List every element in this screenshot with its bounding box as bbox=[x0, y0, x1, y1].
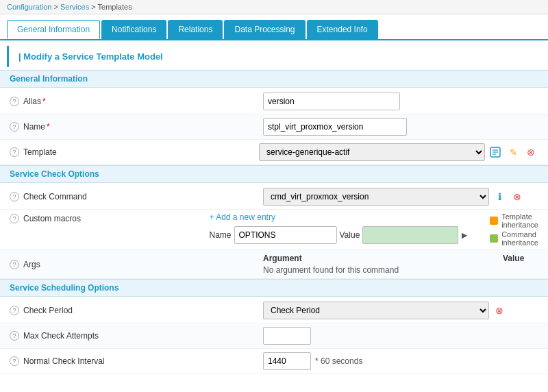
template-label: Template bbox=[23, 147, 57, 157]
custom-macros-help-icon[interactable]: ? bbox=[10, 214, 19, 223]
tab-extended-info[interactable]: Extended Info bbox=[307, 20, 378, 39]
macro-entries: + Add a new entry Name Value ► bbox=[209, 212, 469, 247]
macro-value-input[interactable] bbox=[362, 226, 458, 244]
tab-data-processing[interactable]: Data Processing bbox=[224, 20, 305, 39]
custom-macros-label: Custom macros bbox=[23, 214, 81, 223]
name-label: Name bbox=[23, 122, 45, 132]
check-command-help-icon[interactable]: ? bbox=[10, 192, 19, 201]
section-service-check: Service Check Options bbox=[0, 165, 548, 183]
alias-row: ? Alias * bbox=[0, 89, 548, 114]
max-check-attempts-label: Max Check Attempts bbox=[23, 331, 99, 341]
check-period-delete-icon[interactable]: ⊗ bbox=[492, 303, 507, 318]
legend-command: Command inheritance bbox=[490, 230, 538, 247]
breadcrumb-services[interactable]: Services bbox=[60, 3, 89, 11]
args-header: Argument Value bbox=[263, 254, 538, 263]
macro-value-label: Value bbox=[340, 230, 360, 240]
name-input[interactable] bbox=[263, 118, 407, 136]
breadcrumb-templates: Templates bbox=[98, 3, 132, 11]
tab-notifications[interactable]: Notifications bbox=[101, 20, 166, 39]
args-label: Args bbox=[23, 260, 40, 269]
add-entry-link[interactable]: + Add a new entry bbox=[209, 212, 275, 222]
args-row: ? Args Argument Value No argument found … bbox=[0, 250, 548, 279]
normal-check-interval-input[interactable] bbox=[263, 352, 311, 370]
template-edit-icon[interactable]: ✎ bbox=[506, 145, 521, 160]
normal-check-interval-help-icon[interactable]: ? bbox=[10, 356, 19, 366]
template-delete-icon[interactable]: ⊗ bbox=[523, 145, 538, 160]
tabs-bar: General Information Notifications Relati… bbox=[0, 14, 548, 40]
legend-command-color bbox=[490, 234, 498, 243]
check-period-row: ? Check Period Check Period ⊗ bbox=[0, 298, 548, 323]
check-period-select[interactable]: Check Period bbox=[263, 302, 489, 319]
normal-check-interval-row: ? Normal Check Interval * 60 seconds bbox=[0, 349, 548, 374]
section-general-information: General Information bbox=[0, 70, 548, 88]
check-command-label: Check Command bbox=[23, 192, 87, 201]
tab-relations[interactable]: Relations bbox=[168, 20, 223, 39]
macro-name-label: Name bbox=[209, 230, 231, 240]
check-command-row: ? Check Command cmd_virt_proxmox_version… bbox=[0, 184, 548, 210]
template-list-icon[interactable] bbox=[488, 145, 503, 160]
template-help-icon[interactable]: ? bbox=[10, 147, 19, 157]
legend-template-color bbox=[490, 217, 498, 225]
macro-row: Name Value ► bbox=[209, 226, 469, 244]
normal-check-interval-label: Normal Check Interval bbox=[23, 356, 105, 366]
breadcrumb-config[interactable]: Configuration bbox=[7, 3, 51, 11]
macro-arrow-icon: ► bbox=[460, 230, 469, 241]
template-row: ? Template service-generique-actif ✎ ⊗ bbox=[0, 140, 548, 165]
section-service-scheduling: Service Scheduling Options bbox=[0, 279, 548, 297]
page-title: | Modify a Service Template Model bbox=[7, 46, 541, 67]
args-table: Argument Value No argument found for thi… bbox=[263, 254, 538, 275]
args-col-argument: Argument bbox=[263, 254, 503, 263]
args-empty-text: No argument found for this command bbox=[263, 265, 538, 275]
legend-template: Template inheritance bbox=[490, 212, 538, 229]
legend-template-label: Template inheritance bbox=[501, 212, 538, 229]
check-period-help-icon[interactable]: ? bbox=[10, 306, 19, 315]
check-command-delete-icon[interactable]: ⊗ bbox=[510, 189, 525, 204]
alias-help-icon[interactable]: ? bbox=[10, 97, 19, 106]
legend: Template inheritance Command inheritance bbox=[490, 212, 538, 247]
name-row: ? Name * bbox=[0, 114, 548, 140]
macro-name-input[interactable] bbox=[234, 226, 337, 244]
check-command-select[interactable]: cmd_virt_proxmox_version bbox=[263, 188, 489, 206]
normal-check-interval-suffix: * 60 seconds bbox=[315, 356, 362, 366]
args-col-value: Value bbox=[503, 254, 538, 263]
template-select[interactable]: service-generique-actif bbox=[259, 143, 485, 161]
check-period-label: Check Period bbox=[23, 306, 73, 315]
max-check-attempts-input[interactable] bbox=[263, 327, 311, 345]
check-command-info-icon[interactable]: ℹ bbox=[492, 189, 507, 204]
breadcrumb: Configuration > Services > Templates bbox=[0, 0, 548, 14]
args-help-icon[interactable]: ? bbox=[10, 260, 19, 269]
custom-macros-row: ? Custom macros + Add a new entry Name V… bbox=[0, 210, 548, 250]
alias-input[interactable] bbox=[263, 93, 400, 110]
name-help-icon[interactable]: ? bbox=[10, 122, 19, 132]
max-check-attempts-help-icon[interactable]: ? bbox=[10, 331, 19, 341]
tab-general-information[interactable]: General Information bbox=[7, 20, 100, 39]
max-check-attempts-row: ? Max Check Attempts bbox=[0, 323, 548, 349]
alias-label: Alias bbox=[23, 97, 41, 106]
legend-command-label: Command inheritance bbox=[501, 230, 538, 247]
